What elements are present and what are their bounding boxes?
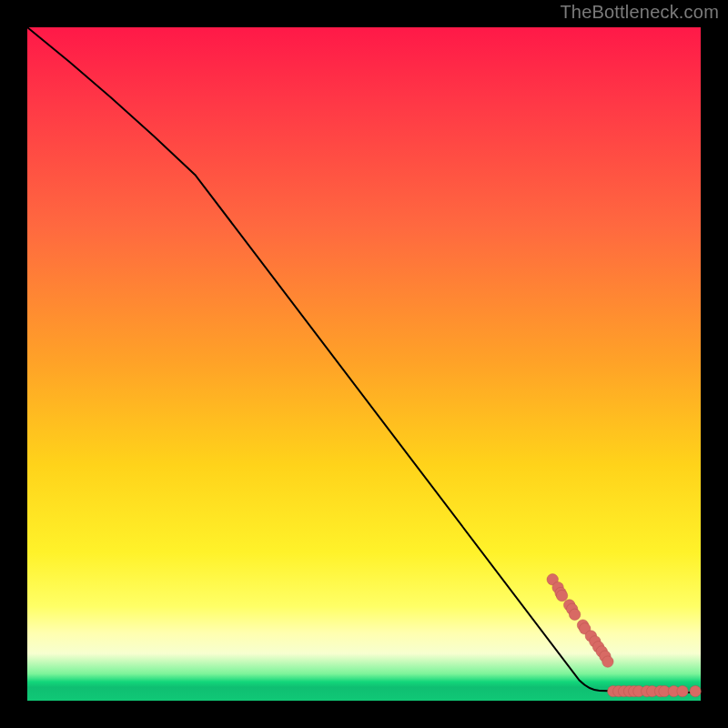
bottleneck-curve [27, 27, 701, 693]
data-point [677, 685, 688, 696]
data-point [556, 590, 567, 601]
chart-overlay [27, 27, 701, 701]
data-point [569, 609, 580, 620]
data-point [690, 685, 701, 696]
plot-area [27, 27, 701, 701]
scatter-points [547, 574, 701, 697]
attribution-text: TheBottleneck.com [560, 2, 719, 23]
data-point [602, 656, 613, 667]
chart-stage: TheBottleneck.com [0, 0, 728, 728]
